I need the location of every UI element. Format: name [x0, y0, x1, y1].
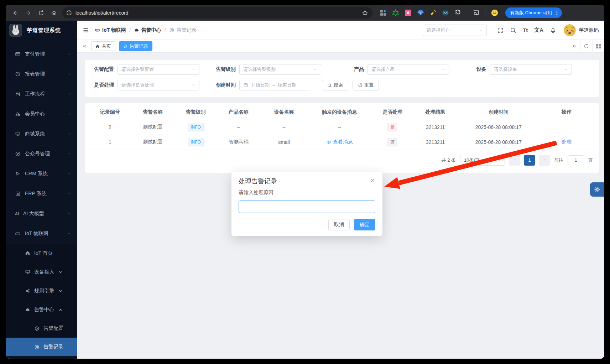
sidebar-item-rule-engine[interactable]: 规则引擎	[6, 281, 77, 300]
back-icon[interactable]	[10, 7, 21, 18]
current-page-button[interactable]: 1	[524, 155, 535, 166]
chrome-menu-icon[interactable]	[554, 10, 560, 16]
sidebar-item-member[interactable]: 会员中心	[6, 104, 77, 124]
font-size-icon[interactable]: Tt	[523, 27, 528, 33]
theme-settings-button[interactable]	[590, 182, 604, 197]
sidebar-item-official-account[interactable]: 公众号管理	[6, 144, 77, 164]
tab-home[interactable]: 首页	[91, 41, 115, 51]
chevron-down-icon	[67, 132, 71, 136]
level-badge: INFO	[188, 123, 204, 131]
extension-translate-icon[interactable]: A	[405, 9, 412, 16]
sidebar-item-label: 工作流程	[25, 91, 45, 97]
search-button[interactable]: 搜索	[322, 80, 348, 90]
product-select[interactable]: 请选择产品	[367, 64, 449, 75]
handle-link[interactable]: 处理	[562, 139, 572, 145]
view-message-link[interactable]: 查看消息	[326, 139, 353, 145]
chevron-down-icon	[67, 112, 71, 116]
prev-page-button[interactable]	[509, 155, 520, 166]
hexagon-icon	[34, 326, 40, 331]
sidebar-item-alert-config[interactable]: 告警配置	[6, 319, 77, 338]
extensions-puzzle-icon[interactable]	[454, 9, 462, 16]
page-size-value: 10条/页	[464, 157, 480, 163]
extension-star-icon[interactable]	[392, 9, 399, 16]
cell-created: 2025-06-28 08:08:17	[458, 135, 539, 150]
device-monitor-icon	[25, 269, 30, 275]
close-icon[interactable]	[370, 178, 375, 183]
chevron-up-icon	[67, 232, 71, 236]
app-logo[interactable]: 芋道管理系统	[6, 21, 77, 40]
fullscreen-icon[interactable]	[497, 27, 504, 33]
sidebar-item-ai[interactable]: AI AI 大模型	[6, 204, 77, 224]
extension-gem-icon[interactable]	[417, 9, 424, 16]
home-icon[interactable]	[48, 7, 59, 18]
breadcrumb-item-alert-center[interactable]: 告警中心	[134, 27, 161, 33]
sidebar-item-label: 公众号管理	[25, 151, 50, 157]
alert-level-select[interactable]: 请选择告警级别	[239, 64, 321, 75]
sidebar-item-workflow[interactable]: 工作流程	[6, 84, 77, 104]
breadcrumb: IoT 物联网 / 告警中心 / 告警记录	[95, 27, 197, 33]
top-navbar: IoT 物联网 / 告警中心 / 告警记录 请选择租户	[77, 21, 604, 40]
sidebar-item-alert-center[interactable]: 告警中心	[6, 300, 77, 319]
layout-grid-icon[interactable]	[592, 40, 604, 53]
locale-icon[interactable]: 文A	[534, 27, 543, 33]
sidebar-item-label: IoT 物联网	[25, 230, 48, 237]
tab-label: 告警记录	[130, 43, 148, 50]
confirm-button[interactable]: 确定	[354, 219, 375, 230]
sidebar-item-report[interactable]: 报表管理	[6, 64, 77, 84]
page-size-select[interactable]: 10条/页	[460, 155, 505, 166]
reset-button[interactable]: 重置	[353, 80, 379, 90]
goto-page-input[interactable]	[568, 155, 584, 165]
sidebar-item-erp[interactable]: ERP 系统	[6, 184, 77, 204]
url-text[interactable]: localhost/iot/alert/record	[75, 10, 129, 16]
search-button-label: 搜索	[334, 82, 343, 88]
sidebar-item-iot[interactable]: IoT 物联网	[6, 224, 77, 244]
app-title: 芋道管理系统	[27, 27, 61, 34]
sidebar-item-alert-record[interactable]: 告警记录	[6, 338, 77, 356]
column-header: 创建时间	[458, 105, 539, 120]
device-select[interactable]: 请选择设备	[490, 64, 572, 75]
site-info-icon[interactable]	[66, 10, 72, 16]
reset-button-label: 重置	[364, 82, 374, 88]
create-time-range-picker[interactable]: 开始日期 – 结束日期	[239, 80, 311, 90]
cell-action	[539, 120, 594, 135]
extension-m-icon[interactable]	[442, 9, 449, 16]
extension-broom-icon[interactable]	[429, 9, 437, 16]
reload-icon[interactable]	[36, 7, 46, 18]
sidebar-item-mall[interactable]: 商城系统	[6, 124, 77, 144]
sidebar-item-device-access[interactable]: 设备接入	[6, 262, 77, 281]
username[interactable]: 芋道源码	[579, 27, 599, 33]
forward-icon[interactable]	[23, 7, 33, 18]
profile-emoji-icon[interactable]	[491, 9, 499, 17]
chrome-update-button[interactable]: 有新版 Chrome 可用	[505, 7, 562, 18]
collapse-menu-icon[interactable]	[83, 27, 89, 33]
notification-bell-icon[interactable]	[550, 27, 556, 33]
tabs-scroll-left-icon[interactable]	[82, 44, 87, 49]
breadcrumb-item-iot[interactable]: IoT 物联网	[95, 27, 126, 33]
chevron-down-icon	[67, 92, 71, 96]
extension-grid-icon[interactable]	[380, 9, 387, 16]
handled-select[interactable]: 请选择是否处理	[118, 80, 199, 90]
tenant-select[interactable]: 请选择租户	[423, 25, 487, 36]
chevron-down-icon	[564, 67, 568, 72]
refresh-page-icon[interactable]	[580, 40, 592, 53]
address-bar[interactable]: localhost/iot/alert/record	[62, 7, 372, 19]
tabs-scroll-right-icon[interactable]	[568, 40, 580, 53]
handle-reason-input[interactable]	[239, 201, 375, 213]
sidebar-item-crm[interactable]: CRM 系统	[6, 164, 77, 184]
bookmark-star-icon[interactable]	[362, 10, 368, 16]
iot-server-icon	[95, 27, 100, 33]
alert-config-select[interactable]: 请选择告警配置	[118, 64, 199, 75]
cell-message: –	[307, 120, 372, 135]
user-avatar[interactable]	[564, 24, 576, 36]
target-icon	[169, 27, 174, 33]
sidebar-item-label: IoT 首页	[34, 250, 53, 256]
chevron-down-icon	[441, 67, 445, 72]
sidebar-item-iot-home[interactable]: IoT 首页	[6, 244, 77, 262]
search-icon[interactable]	[510, 27, 516, 33]
cancel-button[interactable]: 取消	[328, 219, 350, 230]
tab-alert-record[interactable]: 告警记录	[119, 41, 152, 51]
logo-rabbit-image	[9, 24, 22, 37]
next-page-button[interactable]	[539, 155, 550, 166]
inspect-page-icon[interactable]	[473, 9, 480, 16]
sidebar-item-payment[interactable]: 支付管理	[6, 44, 77, 64]
